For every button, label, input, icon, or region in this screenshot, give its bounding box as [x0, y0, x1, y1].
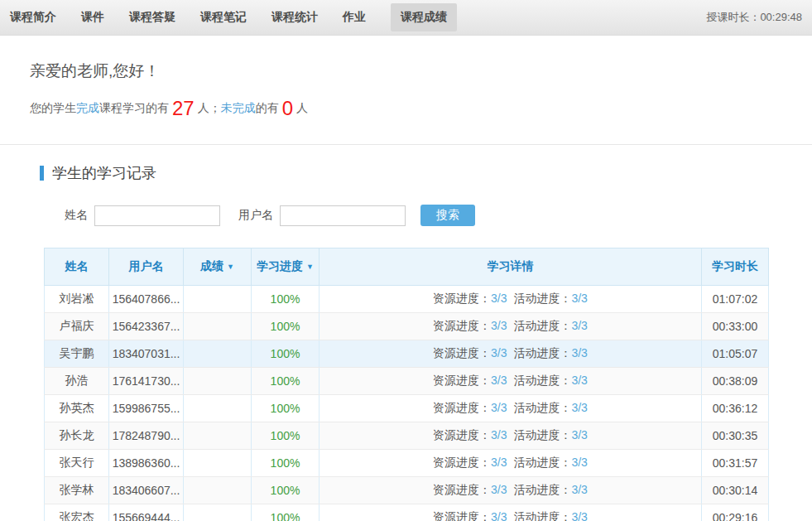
stats-mid2: 人； — [198, 101, 221, 116]
cell-progress: 100% — [252, 395, 320, 422]
stats-suffix: 人 — [296, 101, 308, 116]
activity-progress-link[interactable]: 3/3 — [571, 428, 587, 441]
cell-username: 183406607... — [109, 477, 184, 504]
resource-progress-link[interactable]: 3/3 — [491, 510, 507, 521]
table-row: 刘岩凇 156407866... 100% 资源进度：3/3 活动进度：3/3 … — [45, 286, 769, 313]
cell-username: 156423367... — [109, 313, 184, 340]
activity-progress-label: 活动进度： — [513, 319, 571, 332]
tab-courseware[interactable]: 课件 — [81, 10, 104, 25]
uncompleted-link[interactable]: 未完成 — [221, 101, 256, 116]
name-label: 姓名 — [65, 208, 88, 223]
uncompleted-count: 0 — [279, 99, 296, 118]
resource-progress-label: 资源进度： — [433, 510, 491, 521]
table-body: 刘岩凇 156407866... 100% 资源进度：3/3 活动进度：3/3 … — [45, 286, 769, 521]
cell-name: 孙英杰 — [45, 395, 109, 422]
nav-tabs: 课程简介 课件 课程答疑 课程笔记 课程统计 作业 课程成绩 — [10, 3, 457, 31]
cell-username: 156407866... — [109, 286, 184, 313]
completed-link[interactable]: 完成 — [76, 101, 99, 116]
resource-progress-link[interactable]: 3/3 — [491, 319, 507, 332]
table-row: 张宏杰 155669444... 100% 资源进度：3/3 活动进度：3/3 … — [45, 504, 769, 521]
activity-progress-label: 活动进度： — [513, 428, 571, 441]
cell-detail: 资源进度：3/3 活动进度：3/3 — [320, 286, 702, 313]
cell-name: 刘岩凇 — [45, 286, 109, 313]
cell-username: 138986360... — [109, 450, 184, 477]
cell-detail: 资源进度：3/3 活动进度：3/3 — [320, 450, 702, 477]
resource-progress-link[interactable]: 3/3 — [491, 346, 507, 359]
cell-detail: 资源进度：3/3 活动进度：3/3 — [320, 422, 702, 450]
cell-detail: 资源进度：3/3 活动进度：3/3 — [320, 395, 702, 422]
cell-username: 155669444... — [109, 504, 184, 521]
cell-progress: 100% — [252, 340, 320, 368]
cell-progress: 100% — [252, 422, 320, 450]
activity-progress-link[interactable]: 3/3 — [571, 401, 587, 414]
resource-progress-label: 资源进度： — [433, 428, 491, 441]
table-row: 孙浩 176141730... 100% 资源进度：3/3 活动进度：3/3 0… — [45, 368, 769, 395]
header-username: 用户名 — [109, 248, 184, 286]
cell-score — [184, 286, 252, 313]
resource-progress-label: 资源进度： — [433, 346, 491, 359]
teaching-duration: 授课时长：00:29:48 — [706, 10, 802, 25]
activity-progress-link[interactable]: 3/3 — [571, 346, 587, 359]
resource-progress-link[interactable]: 3/3 — [491, 374, 507, 387]
activity-progress-link[interactable]: 3/3 — [571, 510, 587, 521]
tab-course-stats[interactable]: 课程统计 — [271, 10, 318, 25]
cell-duration: 00:33:00 — [702, 313, 769, 340]
activity-progress-link[interactable]: 3/3 — [571, 483, 587, 496]
tab-homework[interactable]: 作业 — [343, 10, 366, 25]
tab-course-grades[interactable]: 课程成绩 — [391, 3, 457, 31]
table-row: 张学林 183406607... 100% 资源进度：3/3 活动进度：3/3 … — [45, 477, 769, 504]
header-duration: 学习时长 — [702, 248, 769, 286]
activity-progress-link[interactable]: 3/3 — [571, 292, 587, 305]
username-input[interactable] — [280, 205, 406, 226]
tab-course-notes[interactable]: 课程笔记 — [200, 10, 247, 25]
cell-name: 卢福庆 — [45, 313, 109, 340]
cell-username: 159986755... — [109, 395, 184, 422]
cell-duration: 00:30:35 — [702, 422, 769, 450]
resource-progress-label: 资源进度： — [433, 483, 491, 496]
resource-progress-link[interactable]: 3/3 — [491, 292, 507, 305]
resource-progress-link[interactable]: 3/3 — [491, 483, 507, 496]
table-row: 张天行 138986360... 100% 资源进度：3/3 活动进度：3/3 … — [45, 450, 769, 477]
resource-progress-label: 资源进度： — [433, 456, 491, 469]
resource-progress-link[interactable]: 3/3 — [491, 428, 507, 441]
header-score[interactable]: 成绩▼ — [184, 248, 252, 286]
tab-course-qa[interactable]: 课程答疑 — [129, 10, 175, 25]
cell-score — [184, 340, 252, 368]
cell-score — [184, 422, 252, 450]
activity-progress-link[interactable]: 3/3 — [571, 374, 587, 387]
activity-progress-label: 活动进度： — [513, 510, 571, 521]
cell-name: 吴宇鹏 — [45, 340, 109, 368]
records-table: 姓名 用户名 成绩▼ 学习进度▼ 学习详情 学习时长 刘岩凇 156407866… — [44, 248, 769, 521]
header-name: 姓名 — [45, 248, 109, 286]
activity-progress-label: 活动进度： — [513, 374, 571, 387]
stats-prefix: 您的学生 — [30, 101, 76, 116]
resource-progress-label: 资源进度： — [433, 319, 491, 332]
resource-progress-link[interactable]: 3/3 — [491, 456, 507, 469]
cell-name: 孙长龙 — [45, 422, 109, 450]
cell-name: 张学林 — [45, 477, 109, 504]
activity-progress-link[interactable]: 3/3 — [571, 319, 587, 332]
cell-duration: 00:36:12 — [702, 395, 769, 422]
activity-progress-label: 活动进度： — [513, 346, 571, 359]
cell-username: 178248790... — [109, 422, 184, 450]
activity-progress-label: 活动进度： — [513, 292, 571, 305]
cell-username: 183407031... — [109, 340, 184, 368]
activity-progress-label: 活动进度： — [513, 401, 571, 414]
tab-course-intro[interactable]: 课程简介 — [10, 10, 56, 25]
cell-score — [184, 450, 252, 477]
search-form: 姓名 用户名 搜索 — [65, 205, 812, 226]
cell-duration: 01:05:07 — [702, 340, 769, 368]
table-row: 卢福庆 156423367... 100% 资源进度：3/3 活动进度：3/3 … — [45, 313, 769, 340]
activity-progress-link[interactable]: 3/3 — [571, 456, 587, 469]
username-label: 用户名 — [238, 208, 273, 223]
name-input[interactable] — [94, 205, 220, 226]
sort-down-icon[interactable]: ▼ — [227, 263, 234, 271]
cell-progress: 100% — [252, 477, 320, 504]
section-title-text: 学生的学习记录 — [52, 163, 156, 183]
search-button[interactable]: 搜索 — [420, 205, 475, 226]
resource-progress-link[interactable]: 3/3 — [491, 401, 507, 414]
cell-progress: 100% — [252, 313, 320, 340]
header-progress[interactable]: 学习进度▼ — [252, 248, 320, 286]
sort-down-icon[interactable]: ▼ — [306, 263, 314, 271]
cell-score — [184, 395, 252, 422]
